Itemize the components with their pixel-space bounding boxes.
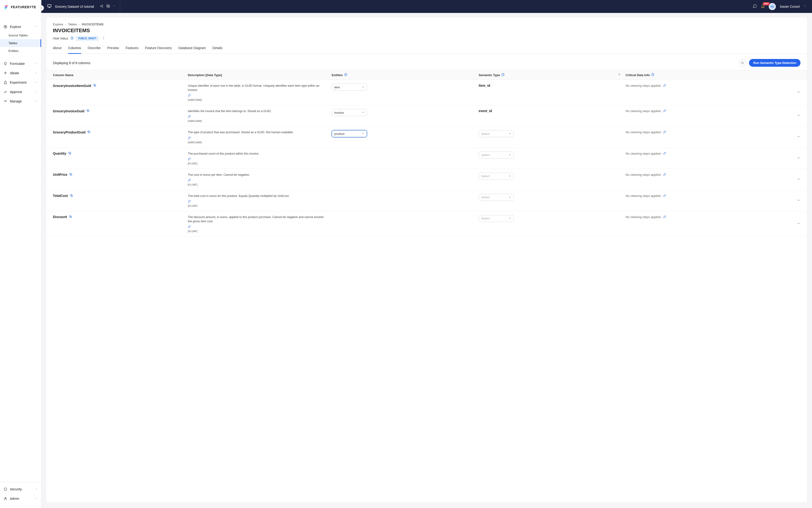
avatar[interactable]: XC [769, 3, 776, 10]
edit-description-icon[interactable] [188, 136, 327, 140]
info-icon[interactable] [501, 73, 504, 77]
edit-description-icon[interactable] [188, 225, 327, 229]
semantic-type-select[interactable]: Select [479, 173, 514, 180]
clear-icon[interactable] [362, 132, 364, 136]
table-row: DiscountThe discount amount, in euros, a… [46, 211, 807, 237]
expand-row-button[interactable] [797, 91, 801, 95]
nav-item-approve[interactable]: Approve [0, 87, 41, 96]
svg-point-10 [100, 6, 101, 7]
clear-icon[interactable] [509, 217, 511, 220]
tab-feature-discovery[interactable]: Feature Discovery [145, 46, 172, 53]
clear-icon[interactable] [509, 153, 511, 157]
nav-item-ideate[interactable]: Ideate [0, 69, 41, 78]
semantic-type-select[interactable]: Select [479, 152, 514, 159]
tab-preview[interactable]: Preview [107, 46, 119, 53]
semantic-type-select[interactable]: Select [479, 194, 514, 201]
entity-select[interactable]: product [332, 130, 367, 137]
share-icon[interactable] [100, 4, 104, 9]
clear-icon[interactable] [362, 85, 364, 89]
nav-item-security[interactable]: Security [0, 484, 41, 494]
filter-icon[interactable] [618, 73, 621, 77]
edit-description-icon[interactable] [188, 115, 327, 119]
copy-icon[interactable] [86, 109, 90, 113]
expand-row-button[interactable] [797, 222, 801, 226]
edit-cdi-icon[interactable] [663, 194, 666, 198]
column-description: The purchased count of this product with… [188, 152, 327, 156]
tab-describe[interactable]: Describe [88, 46, 100, 53]
chat-icon[interactable] [753, 4, 757, 9]
edit-cdi-icon[interactable] [663, 130, 666, 134]
info-icon[interactable] [651, 73, 654, 77]
breadcrumb-tables[interactable]: Tables [68, 23, 77, 26]
search-button[interactable] [739, 59, 746, 67]
edit-description-icon[interactable] [188, 157, 327, 161]
semantic-type-select[interactable]: Select [479, 215, 514, 222]
tab-database-diagram[interactable]: Database Diagram [178, 46, 206, 53]
collapse-sidebar-button[interactable] [38, 5, 44, 11]
copy-icon[interactable] [69, 173, 72, 177]
expand-row-button[interactable] [797, 115, 801, 118]
nav-item-formulate[interactable]: Formulate [0, 59, 41, 69]
copy-icon[interactable] [70, 194, 73, 198]
nav-item-experiment[interactable]: Experiment [0, 78, 41, 87]
info-icon[interactable] [71, 37, 74, 40]
clear-icon[interactable] [509, 196, 511, 199]
select-placeholder: Select [481, 132, 490, 136]
column-description: The type of product that was purchased. … [188, 130, 327, 134]
edit-cdi-icon[interactable] [663, 84, 666, 88]
tab-features[interactable]: Features [126, 46, 138, 53]
status-badge: PUBLIC_DRAFT [76, 36, 99, 41]
expand-row-button[interactable] [797, 178, 801, 182]
nav-item-admin[interactable]: Admin [0, 494, 41, 503]
entity-select[interactable]: item [332, 84, 367, 91]
copy-icon[interactable] [68, 152, 72, 156]
expand-row-button[interactable] [797, 157, 801, 161]
edit-cdi-icon[interactable] [663, 173, 666, 177]
nav-sub-source-tables[interactable]: Source Tables [0, 32, 41, 39]
edit-description-icon[interactable] [188, 200, 327, 204]
clear-icon[interactable] [509, 174, 511, 178]
edit-description-icon[interactable] [188, 93, 327, 97]
copy-icon[interactable] [87, 130, 90, 134]
expand-row-button[interactable] [797, 199, 801, 203]
clear-icon[interactable] [362, 111, 364, 115]
copy-icon[interactable] [69, 215, 72, 219]
svg-point-19 [104, 38, 104, 38]
run-semantic-type-detection-button[interactable]: Run Semantic Type Detection [749, 59, 801, 67]
tab-details[interactable]: Details [212, 46, 222, 53]
edit-description-icon[interactable] [188, 178, 327, 182]
notifications-button[interactable]: 999+ [761, 4, 765, 9]
search-icon [741, 61, 744, 65]
more-menu-button[interactable] [101, 36, 106, 40]
user-name[interactable]: Xavier Conort [779, 5, 800, 8]
entity-value: product [334, 132, 344, 136]
edit-cdi-icon[interactable] [663, 152, 666, 156]
edit-cdi-icon[interactable] [663, 215, 666, 219]
nav-item-label: Formulate [10, 62, 25, 66]
chevron-down-icon[interactable] [804, 5, 806, 8]
tab-columns[interactable]: Columns [68, 46, 81, 54]
header-critical-data-info: Critical Data Info [625, 73, 650, 77]
formulate-icon [3, 61, 7, 66]
nav-sub-tables[interactable]: Tables [0, 39, 41, 47]
edit-cdi-icon[interactable] [663, 109, 666, 113]
chevron-down-icon[interactable] [113, 4, 116, 9]
brand-logo[interactable]: FEATUREBYTE [0, 0, 41, 13]
tab-about[interactable]: About [53, 46, 62, 53]
critical-data-info-text: No cleaning steps applied. [625, 152, 661, 155]
gear-icon[interactable] [106, 4, 110, 9]
nav-item-manage[interactable]: Manage [0, 96, 41, 106]
nav-sub-entities[interactable]: Entities [0, 47, 41, 55]
info-icon[interactable] [344, 73, 347, 77]
entity-select[interactable]: invoice [332, 109, 367, 116]
semantic-type-select[interactable]: Select [479, 130, 514, 137]
project-name[interactable]: Grocery Dataset UI tutorial [55, 5, 94, 8]
clear-icon[interactable] [509, 132, 511, 136]
copy-icon[interactable] [93, 84, 96, 88]
svg-point-21 [741, 62, 743, 64]
breadcrumb-explore[interactable]: Explore [53, 23, 63, 26]
expand-row-button[interactable] [797, 136, 801, 139]
svg-line-13 [101, 5, 102, 6]
nav-item-explore[interactable]: Explore [0, 22, 41, 32]
header-semantic-type: Semantic Type [479, 73, 500, 77]
